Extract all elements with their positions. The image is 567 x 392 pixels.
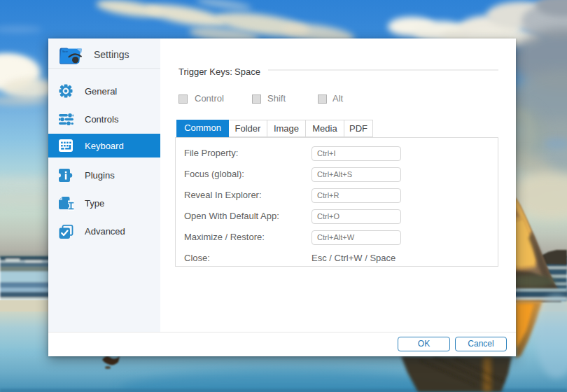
svg-text:Seer: Seer: [62, 50, 69, 53]
